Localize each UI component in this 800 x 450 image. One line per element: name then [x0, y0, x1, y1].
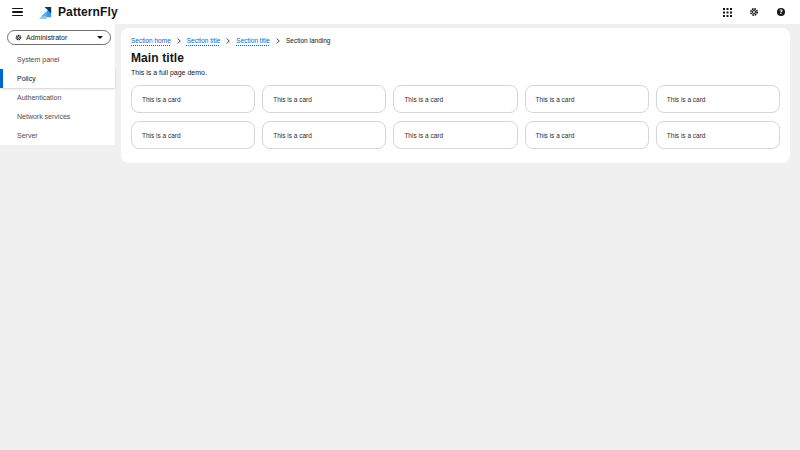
brand-text: PatternFly: [58, 5, 118, 19]
chevron-right-icon: [226, 38, 230, 44]
sidebar: Administrator System panel Policy Authen…: [0, 24, 115, 144]
context-selector-value: Administrator: [26, 34, 67, 41]
context-selector-dropdown[interactable]: Administrator: [7, 30, 111, 45]
card: This is a card: [131, 121, 255, 149]
brand-logo[interactable]: PatternFly: [38, 5, 118, 20]
card: This is a card: [393, 85, 517, 113]
breadcrumb-link-section-title-2[interactable]: Section title: [236, 37, 270, 44]
card: This is a card: [262, 121, 386, 149]
chevron-right-icon: [276, 38, 280, 44]
card: This is a card: [393, 121, 517, 149]
breadcrumb: Section home Section title Section title…: [131, 36, 780, 45]
gear-icon: [15, 34, 22, 41]
main-content-panel: Section home Section title Section title…: [121, 28, 790, 163]
breadcrumb-link-section-home[interactable]: Section home: [131, 37, 171, 44]
settings-gear-icon: [749, 7, 759, 17]
card-text: This is a card: [536, 132, 575, 139]
menu-icon: [12, 8, 23, 10]
card-text: This is a card: [404, 132, 443, 139]
page-subtitle: This is a full page demo.: [131, 69, 780, 76]
breadcrumb-link-section-title-1[interactable]: Section title: [187, 37, 221, 44]
card-text: This is a card: [142, 96, 181, 103]
patternfly-logo-icon: [38, 5, 53, 20]
card-text: This is a card: [142, 132, 181, 139]
sidebar-item-system-panel[interactable]: System panel: [0, 50, 115, 69]
caret-down-icon: [97, 36, 103, 39]
card-text: This is a card: [536, 96, 575, 103]
card: This is a card: [525, 85, 649, 113]
card: This is a card: [131, 85, 255, 113]
sidebar-nav: System panel Policy Authentication Netwo…: [0, 50, 115, 145]
card-text: This is a card: [404, 96, 443, 103]
card: This is a card: [525, 121, 649, 149]
app-launcher-grid-icon: [723, 8, 732, 17]
card-text: This is a card: [273, 132, 312, 139]
settings-button[interactable]: [747, 5, 761, 19]
masthead: PatternFly ?: [0, 0, 800, 24]
card-text: This is a card: [273, 96, 312, 103]
masthead-toolbar: ?: [720, 5, 788, 19]
sidebar-item-authentication[interactable]: Authentication: [0, 88, 115, 107]
help-button[interactable]: ?: [774, 5, 788, 19]
card: This is a card: [656, 121, 780, 149]
card: This is a card: [262, 85, 386, 113]
sidebar-item-network-services[interactable]: Network services: [0, 107, 115, 126]
card: This is a card: [656, 85, 780, 113]
chevron-right-icon: [177, 38, 181, 44]
global-nav-toggle-button[interactable]: [10, 4, 26, 20]
card-text: This is a card: [667, 96, 706, 103]
help-question-icon: ?: [777, 8, 785, 16]
card-grid: This is a card This is a card This is a …: [131, 85, 780, 149]
sidebar-item-server[interactable]: Server: [0, 126, 115, 145]
breadcrumb-current-item: Section landing: [286, 37, 330, 44]
page-title: Main title: [131, 51, 780, 65]
sidebar-item-policy[interactable]: Policy: [0, 69, 115, 88]
app-launcher-button[interactable]: [720, 5, 734, 19]
card-text: This is a card: [667, 132, 706, 139]
